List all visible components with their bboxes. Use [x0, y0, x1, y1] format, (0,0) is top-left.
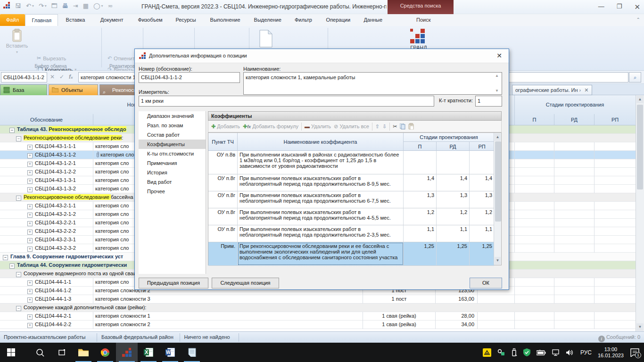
coefficient-row[interactable]: ОУ п.8гПри выполнении полевых изыскатель…: [208, 225, 494, 242]
grand-smeta-taskbar-icon[interactable]: [116, 343, 138, 362]
new-document-button[interactable]: [253, 30, 279, 48]
table-row[interactable]: +СБЦ104-44-2-2категория сложности 21 сва…: [0, 321, 636, 329]
ok-button[interactable]: ОК: [470, 278, 502, 288]
task-view-icon[interactable]: [51, 343, 73, 362]
language-indicator[interactable]: РУС: [580, 349, 592, 356]
dialog-nav-item[interactable]: Коэффициенты: [139, 140, 206, 149]
scroll-thumb[interactable]: [637, 105, 643, 189]
dialog-nav-item[interactable]: Примечания: [139, 158, 206, 168]
ribbon-tab-10[interactable]: Данные: [357, 14, 388, 26]
move-up-icon[interactable]: ⇧: [375, 123, 380, 130]
ribbon-tab-5[interactable]: Ресурсы: [169, 14, 202, 26]
dialog-nav-item[interactable]: Вид работ: [139, 177, 206, 187]
scroll-up-icon[interactable]: ▲: [636, 96, 644, 103]
copy-icon[interactable]: [400, 123, 405, 130]
start-button[interactable]: [0, 343, 22, 362]
next-position-button[interactable]: Следующая позиция: [212, 278, 279, 288]
explorer-icon[interactable]: [73, 343, 94, 362]
clock[interactable]: 13:0016.01.2023: [598, 346, 624, 359]
ribbon-tab-8[interactable]: Фильтр: [289, 14, 318, 26]
table-row[interactable]: +СБЦ104-44-2-1категория сложности 11 сва…: [0, 312, 636, 321]
dialog-nav-item[interactable]: К-ты отн.стоимости: [139, 149, 206, 158]
key-lock-icon[interactable]: [497, 348, 505, 356]
table-row[interactable]: −Сооружение каждой дополнительной сваи (…: [0, 304, 636, 312]
redo-icon[interactable]: ↷▾: [39, 2, 47, 9]
shield-icon[interactable]: [523, 348, 530, 356]
dialog-nav-item[interactable]: История: [139, 168, 206, 177]
print-icon[interactable]: 🖶: [62, 2, 68, 9]
kaspersky-icon[interactable]: [483, 348, 491, 357]
previous-position-button[interactable]: Предыдущая позиция: [139, 278, 208, 288]
apc-icon[interactable]: ▦: [83, 2, 89, 9]
network-icon[interactable]: [552, 349, 560, 356]
ribbon-tab-6[interactable]: Выполнение: [204, 14, 247, 26]
coefficient-row[interactable]: ОУ п.8гПри выполнении полевых изыскатель…: [208, 174, 494, 191]
cut-button[interactable]: ✂Вырезать: [37, 55, 66, 61]
restore-button[interactable]: ❐: [617, 3, 622, 11]
qat-customize-icon[interactable]: ≂: [108, 2, 113, 9]
save-icon[interactable]: 🖫: [15, 2, 21, 9]
preview-icon[interactable]: 🗔: [51, 2, 58, 9]
coef-scroll-down-icon[interactable]: ▼: [495, 257, 501, 264]
taskbar-search-icon[interactable]: [29, 343, 51, 362]
undo-icon[interactable]: ↶▾: [26, 2, 34, 9]
name-textarea[interactable]: категория сложности 1, камеральные работ…: [243, 72, 502, 95]
coef-scrollbar[interactable]: ▲ ▼: [494, 133, 501, 265]
collapse-ribbon-icon[interactable]: ⌃: [636, 17, 640, 22]
add-button[interactable]: ✚ Добавить: [211, 123, 240, 130]
ribbon-tab-9[interactable]: Операции: [320, 14, 356, 26]
battery-icon[interactable]: [537, 350, 546, 355]
multiplicity-input[interactable]: 1: [475, 96, 502, 107]
fx-icon[interactable]: fx: [69, 74, 73, 80]
ribbon-tab-1[interactable]: Главная: [25, 14, 58, 26]
ribbon-tab-search[interactable]: Поиск: [410, 14, 437, 26]
sphere-icon[interactable]: ◯▾: [93, 2, 103, 9]
table-row[interactable]: +СБЦ104-44-1-3категория сложности 31 пос…: [0, 295, 636, 304]
export-icon[interactable]: ⇥: [73, 2, 78, 9]
main-scrollbar[interactable]: ▲ ▼: [636, 95, 644, 331]
paste-button[interactable]: Вставить▾: [4, 29, 30, 54]
ribbon-tab-3[interactable]: Документ: [94, 14, 130, 26]
volume-icon[interactable]: [566, 349, 574, 356]
coefficient-row[interactable]: ОУ п.8гПри выполнении полевых изыскатель…: [208, 208, 494, 225]
cut-icon[interactable]: ✂: [393, 123, 397, 130]
coef-scroll-up-icon[interactable]: ▲: [495, 133, 501, 141]
grand-calculator-button[interactable]: ГРАНД: [405, 28, 432, 50]
ribbon-tab-4[interactable]: Физобъем: [132, 14, 169, 26]
tab-base[interactable]: База: [0, 84, 47, 95]
textarea-scroll-up-icon[interactable]: ▲: [495, 74, 499, 78]
document-tab[interactable]: ографические работы. Ин › ✕: [512, 85, 592, 95]
cell-reference-box[interactable]: СБЦ104-43-1-1-2: [1, 72, 47, 82]
chrome-icon[interactable]: [94, 343, 116, 362]
close-button[interactable]: ✕: [634, 3, 640, 11]
search-button[interactable]: ⌕: [629, 72, 641, 82]
notification-icon[interactable]: 1: [630, 348, 639, 357]
word-icon[interactable]: W: [159, 343, 181, 362]
scroll-down-icon[interactable]: ▼: [636, 323, 644, 331]
dialog-nav-item[interactable]: Прочее: [139, 187, 206, 196]
dialog-close-icon[interactable]: ✕: [496, 52, 502, 59]
ribbon-tab-0[interactable]: Файл: [0, 14, 25, 26]
paste-icon[interactable]: [408, 123, 414, 130]
cancel-icon[interactable]: ✕: [50, 74, 55, 80]
coefficient-row[interactable]: ОУ п.8вПри выполнении изысканий в района…: [208, 151, 494, 174]
delete-row-button[interactable]: ▬ Удалить: [305, 123, 331, 129]
dialog-nav-item[interactable]: Разл. по зонам: [139, 121, 206, 130]
excel-icon[interactable]: X: [138, 343, 159, 362]
tab-close-icon[interactable]: ✕: [584, 87, 588, 93]
ribbon-tab-7[interactable]: Выделение: [248, 14, 288, 26]
unit-input[interactable]: 1 км реки: [139, 96, 434, 107]
number-input[interactable]: СБЦ104-43-1-1-2: [139, 72, 240, 83]
notepad-icon[interactable]: [181, 343, 203, 362]
coefficient-row[interactable]: ОУ п.8гПри выполнении полевых изыскатель…: [208, 191, 494, 208]
dialog-nav-item[interactable]: Состав работ: [139, 130, 206, 140]
minimize-button[interactable]: —: [598, 3, 604, 11]
coefficient-row[interactable]: Прим.При рекогносцировочном обследованим…: [208, 242, 494, 266]
textarea-scroll-down-icon[interactable]: ▼: [495, 89, 499, 93]
confirm-icon[interactable]: ✓: [59, 74, 64, 80]
tab-scroll-icon[interactable]: ›: [579, 87, 581, 93]
move-down-icon[interactable]: ⇩: [382, 123, 387, 130]
usb-icon[interactable]: [511, 348, 517, 356]
dialog-nav-item[interactable]: Диапазон значений: [139, 111, 206, 121]
coef-scroll-thumb[interactable]: [495, 141, 501, 222]
